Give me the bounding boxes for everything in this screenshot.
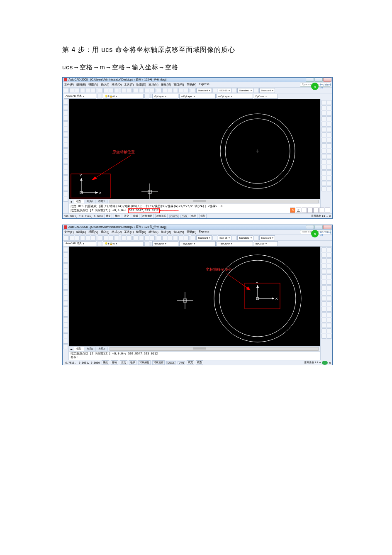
menu-modify[interactable]: 修改(M) xyxy=(161,83,171,87)
revcloud-icon[interactable] xyxy=(63,137,68,142)
pan-icon[interactable] xyxy=(134,88,139,93)
undo-icon[interactable] xyxy=(121,235,126,240)
mtext-icon[interactable] xyxy=(63,344,68,349)
dim-jogged-icon[interactable] xyxy=(327,127,332,132)
lwt-toggle[interactable]: 线宽 xyxy=(190,214,197,218)
dyn-toggle[interactable]: DYN xyxy=(180,215,188,218)
dim-quick-icon[interactable] xyxy=(327,143,332,148)
dim-continue-icon[interactable] xyxy=(327,154,332,159)
dim-scale-combo[interactable]: ISO-25▾ xyxy=(218,235,231,240)
menu-format[interactable]: 格式(O) xyxy=(112,230,122,234)
erase-icon[interactable] xyxy=(321,100,326,105)
pan-icon[interactable] xyxy=(134,235,139,240)
polyline-icon[interactable] xyxy=(63,258,68,263)
zoom-previous-icon[interactable] xyxy=(150,88,155,93)
dim-quick-icon[interactable] xyxy=(327,291,332,296)
erase-icon[interactable] xyxy=(321,247,326,252)
layer-prev-icon[interactable] xyxy=(144,94,149,99)
chamfer-icon[interactable] xyxy=(321,176,326,181)
polyline-icon[interactable] xyxy=(63,110,68,115)
dim-break-icon[interactable] xyxy=(327,312,332,317)
menu-help[interactable]: 帮助(H) xyxy=(187,83,197,87)
menu-express[interactable]: Express xyxy=(199,230,209,234)
gradient-icon[interactable] xyxy=(63,181,68,186)
close-button[interactable] xyxy=(323,225,331,229)
layout1-tab[interactable]: 布局1 xyxy=(84,347,96,351)
menu-format[interactable]: 格式(O) xyxy=(112,83,122,87)
dimstyle-icon[interactable] xyxy=(232,235,237,240)
arc-icon[interactable] xyxy=(63,274,68,279)
table-icon[interactable] xyxy=(254,235,259,240)
calc-icon[interactable] xyxy=(184,235,189,240)
dim-jogged-icon[interactable] xyxy=(327,274,332,279)
menu-view[interactable]: 视图(V) xyxy=(88,230,98,234)
table-draw-icon[interactable] xyxy=(63,191,68,196)
menu-window[interactable]: 窗口(W) xyxy=(173,83,184,87)
linetype-combo[interactable]: — ByLayer▾ xyxy=(179,94,216,99)
save-icon[interactable] xyxy=(75,235,80,240)
ortho-toggle[interactable]: 正交 xyxy=(120,360,127,365)
point-icon[interactable] xyxy=(63,317,68,322)
lineweight-combo[interactable]: — ByLayer▾ xyxy=(217,94,253,99)
dim-radius-icon[interactable] xyxy=(327,269,332,274)
dim-angular-icon[interactable] xyxy=(327,285,332,290)
break-icon[interactable] xyxy=(321,312,326,317)
spline-icon[interactable] xyxy=(63,290,68,295)
dim-linear-icon[interactable] xyxy=(327,100,332,105)
paste-icon[interactable] xyxy=(109,235,114,240)
region-icon[interactable] xyxy=(63,186,68,191)
dim-icon[interactable] xyxy=(212,88,217,93)
center-mark-icon[interactable] xyxy=(327,323,332,328)
ime-softkb-icon[interactable] xyxy=(307,208,313,213)
layer-prev-icon[interactable] xyxy=(144,241,149,246)
command-window[interactable]: 指定 UCS 的原点或 [面(F)/命名(NA)/对象(OB)/上一个(P)/视… xyxy=(69,204,320,213)
ime-mode-icon[interactable]: 五 xyxy=(296,208,301,213)
h-scrollbar[interactable] xyxy=(110,347,319,351)
offset-icon[interactable] xyxy=(321,264,326,269)
grid-toggle[interactable]: 栅格 xyxy=(114,214,121,218)
dim-aligned-icon[interactable] xyxy=(327,253,332,258)
rectangle-icon[interactable] xyxy=(63,269,68,274)
dim-ordinate-icon[interactable] xyxy=(327,264,332,269)
mirror-icon[interactable] xyxy=(321,111,326,116)
menu-dimension[interactable]: 标注(N) xyxy=(149,83,158,87)
dim-baseline-icon[interactable] xyxy=(327,149,332,154)
new-file-icon[interactable] xyxy=(64,88,69,93)
move-icon[interactable] xyxy=(321,274,326,279)
open-file-icon[interactable] xyxy=(69,235,74,240)
layer-name-combo[interactable]: 💡❄🔒▫ 0▾ xyxy=(103,94,144,99)
dim-space-icon[interactable] xyxy=(327,159,332,164)
layer-name-combo[interactable]: 💡❄🔒▫ 0▾ xyxy=(103,241,144,246)
paste-icon[interactable] xyxy=(109,88,114,93)
markup-icon[interactable] xyxy=(178,88,183,93)
close-button[interactable] xyxy=(323,78,331,82)
scale-icon[interactable] xyxy=(321,138,326,143)
properties-icon[interactable] xyxy=(157,88,162,93)
dim-ordinate-icon[interactable] xyxy=(327,116,332,121)
insert-block-icon[interactable] xyxy=(63,159,68,164)
dim-tedit-icon[interactable] xyxy=(327,186,332,191)
dim-radius-icon[interactable] xyxy=(327,122,332,127)
circle-icon[interactable] xyxy=(63,279,68,284)
dim-diameter-icon[interactable] xyxy=(327,132,332,137)
dim-baseline-icon[interactable] xyxy=(327,296,332,301)
fillet-icon[interactable] xyxy=(321,181,326,186)
hatch-icon[interactable] xyxy=(63,323,68,328)
mirror-icon[interactable] xyxy=(321,258,326,263)
snap-toggle[interactable]: 捕捉 xyxy=(105,214,112,218)
rotate-icon[interactable] xyxy=(321,132,326,137)
polar-toggle[interactable]: 极轴 xyxy=(129,360,136,365)
rotate-icon[interactable] xyxy=(321,280,326,285)
array-icon[interactable] xyxy=(321,122,326,127)
table-icon[interactable] xyxy=(254,88,259,93)
copy-obj-icon[interactable] xyxy=(321,105,326,110)
sheet-set-icon[interactable] xyxy=(173,235,178,240)
tool-palette-icon[interactable] xyxy=(168,235,173,240)
dimstyle-icon[interactable] xyxy=(232,88,237,93)
menu-file[interactable]: 文件(F) xyxy=(64,230,74,234)
dim-aligned-icon[interactable] xyxy=(327,105,332,110)
cut-icon[interactable] xyxy=(98,88,103,93)
region-icon[interactable] xyxy=(63,333,68,338)
dim-icon[interactable] xyxy=(212,235,217,240)
osnap-toggle[interactable]: 对象捕捉 xyxy=(141,214,153,218)
